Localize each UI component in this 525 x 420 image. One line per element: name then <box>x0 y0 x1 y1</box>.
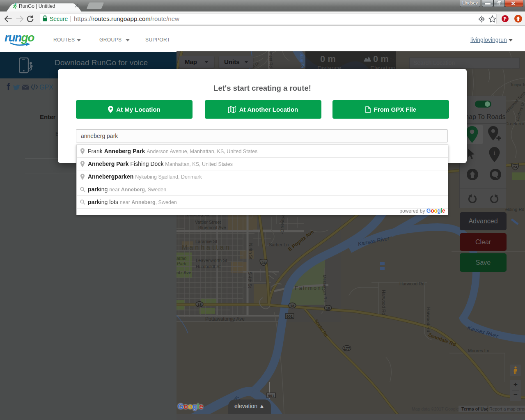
svg-text:S 4th St: S 4th St <box>248 272 252 288</box>
svg-text:18: 18 <box>326 306 330 310</box>
svg-text:Sarber Ln: Sarber Ln <box>269 242 289 247</box>
svg-text:Harwood Rd: Harwood Rd <box>399 281 424 286</box>
svg-text:Harwood Rd: Harwood Rd <box>426 307 431 332</box>
svg-text:Pottawatomie Ave: Pottawatomie Ave <box>205 316 245 322</box>
svg-text:901: 901 <box>268 394 274 398</box>
svg-text:elding Rd: elding Rd <box>505 207 524 212</box>
svg-text:Blue Ri: Blue Ri <box>299 53 305 68</box>
svg-text:Harwood Rd: Harwood Rd <box>381 290 386 315</box>
svg-text:901: 901 <box>287 314 293 319</box>
svg-text:attan: attan <box>177 256 186 261</box>
svg-text:GPX: GPX <box>39 84 53 91</box>
svg-text:Leavenworth St: Leavenworth St <box>196 258 227 263</box>
svg-text:N 4th St: N 4th St <box>248 243 253 259</box>
svg-text:24: 24 <box>261 261 266 265</box>
svg-text:Fairmont: Fairmont <box>295 285 324 291</box>
svg-text:177: 177 <box>344 347 350 351</box>
svg-text:Park: Park <box>177 261 186 266</box>
svg-text:Tonya Te: Tonya Te <box>510 83 525 87</box>
svg-text:Humboldt St: Humboldt St <box>196 264 221 269</box>
svg-text:ntz Ave: ntz Ave <box>177 270 191 275</box>
svg-text:i: i <box>494 149 495 156</box>
svg-text:Bluemont Ave: Bluemont Ave <box>198 225 226 230</box>
svg-text:ment Rd: ment Rd <box>268 52 273 68</box>
svg-text:Vattier Street: Vattier Street <box>195 220 221 225</box>
svg-text:24: 24 <box>513 165 517 169</box>
svg-text:Laramie St: Laramie St <box>195 239 217 244</box>
svg-text:Moores Ln: Moores Ln <box>468 348 489 353</box>
svg-text:18: 18 <box>197 303 202 307</box>
svg-text:Manhattan: Manhattan <box>182 244 232 251</box>
svg-text:18: 18 <box>290 304 294 308</box>
